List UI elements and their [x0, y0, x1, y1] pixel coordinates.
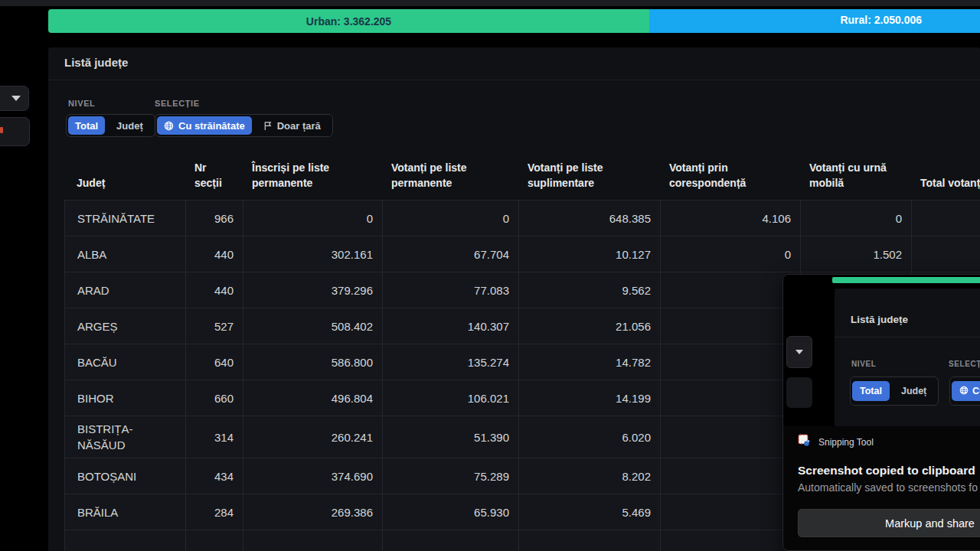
cell-value: 374.690 [243, 458, 383, 494]
cell-value: 77.083 [383, 272, 519, 308]
globe-icon [959, 386, 969, 397]
cell-county: BISTRIȚA-NĂSĂUD [65, 416, 186, 458]
selectie-option-label: Doar țară [277, 120, 321, 132]
cell-value: 65.930 [383, 494, 519, 530]
cell-value: 260.241 [243, 416, 383, 458]
selectie-doar-tara-button[interactable]: Doar țară [256, 116, 328, 135]
selectie-option-label: Cu străinătate [178, 120, 245, 132]
column-header: Înscriși pe liste permanente [243, 149, 382, 200]
cell-value: 0 [661, 236, 801, 272]
column-header: Votanți cu urnă mobilă [800, 149, 911, 200]
cell-value: 10.127 [519, 236, 661, 272]
cell-value: 434 [186, 458, 243, 494]
cell-value: 966 [186, 201, 243, 236]
cell-value [661, 380, 801, 416]
nivel-total-button[interactable]: Total [68, 116, 105, 135]
selectie-filter-label: SELECȚIE [155, 99, 200, 108]
cell-county: ALBA [65, 236, 186, 272]
cell-value [519, 530, 661, 551]
table-header-row: JudețNr secțiiÎnscriși pe liste permanen… [64, 149, 980, 200]
cell-value: 660 [186, 380, 243, 416]
column-header: Votanți pe liste permanente [382, 149, 518, 200]
toast-app-name: Snipping Tool [818, 437, 874, 448]
column-header: Votanți pe liste suplimentare [518, 149, 660, 200]
cell-value: 0 [383, 201, 519, 236]
cell-value [661, 272, 801, 308]
cell-value: 1.502 [801, 236, 912, 272]
preview-selectie-option-label: Cu străinătate [972, 386, 980, 396]
cell-value [661, 530, 801, 551]
chevron-down-icon [795, 350, 803, 354]
table-row: STRĂINĂTATE96600648.3854.1060652.491 [65, 201, 980, 236]
cell-value: 8.202 [519, 458, 661, 494]
cell-value: 135.274 [383, 344, 519, 380]
column-header: Total votanți [911, 149, 980, 200]
cell-value: 440 [186, 236, 243, 272]
cell-value: 51.390 [383, 416, 519, 458]
cell-value: 67.704 [383, 236, 519, 272]
preview-panel-title: Listă județe [851, 314, 908, 325]
preview-selectie-label: SELECȚIE [949, 360, 980, 368]
cell-value: 0 [801, 201, 912, 236]
table-row: ALBA440302.16167.70410.12701.50279.333 [65, 236, 980, 272]
globe-icon [164, 121, 174, 131]
cell-value: 0 [243, 201, 383, 236]
snipping-tool-icon [798, 434, 811, 450]
cell-value: 648.385 [519, 201, 661, 236]
column-header: Votanți prin corespondență [660, 149, 800, 200]
nivel-judet-button[interactable]: Județ [109, 116, 150, 135]
selectie-cu-strainatate-button[interactable]: Cu străinătate [157, 116, 252, 135]
sidebar-fragment[interactable] [0, 117, 30, 146]
toast-title: Screenshot copied to clipboard [798, 464, 975, 478]
cell-value: 440 [186, 272, 243, 308]
cell-value: 302.161 [243, 236, 383, 272]
cell-value: 314 [186, 416, 243, 458]
urban-bar-segment: Urban: 3.362.205 [48, 9, 649, 33]
cell-value: 508.402 [243, 308, 383, 344]
cell-value [661, 458, 801, 494]
toast-header: Snipping Tool [798, 434, 874, 450]
nivel-button-group: Total Județ [66, 114, 155, 137]
cell-value: 527 [186, 308, 243, 344]
cell-value: 6.020 [519, 416, 661, 458]
column-header: Județ [64, 149, 185, 200]
cell-value: 21.056 [519, 308, 661, 344]
cell-county: BIHOR [65, 380, 186, 416]
cell-value [661, 494, 801, 530]
cell-value: 5.469 [519, 494, 661, 530]
cell-value [383, 530, 519, 551]
rural-bar-segment: Rural: 2.050.006 [649, 9, 980, 33]
cell-value [661, 416, 801, 458]
cell-value: 496.804 [243, 380, 383, 416]
cell-value: 14.199 [519, 380, 661, 416]
column-header: Nr secții [185, 149, 243, 200]
cell-value: 640 [186, 344, 243, 380]
cell-value: 79.333 [912, 236, 980, 272]
selectie-button-group: Cu străinătate Doar țară [155, 114, 333, 137]
sidebar-dropdown-button[interactable] [0, 86, 29, 111]
cell-value: 284 [186, 494, 243, 530]
cell-value [186, 530, 243, 551]
flag-icon [263, 121, 273, 131]
cell-county: BOTOȘANI [65, 458, 186, 494]
preview-panel-divider [835, 337, 980, 337]
cell-value [661, 308, 801, 344]
cell-value: 75.289 [383, 458, 519, 494]
cell-county: BACĂU [65, 344, 186, 380]
screenshot-preview[interactable]: Listă județe NIVEL SELECȚIE Total Județ … [783, 275, 980, 426]
cell-value: 586.800 [243, 344, 383, 380]
cell-county: BRĂILA [65, 494, 186, 530]
preview-nivel-group: Total Județ [850, 377, 939, 406]
preview-panel: Listă județe NIVEL SELECȚIE Total Județ … [835, 289, 980, 426]
urban-rural-stat-bar: Urban: 3.362.205 Rural: 2.050.006 [48, 9, 980, 33]
markup-and-share-button[interactable]: Markup and share [798, 509, 980, 537]
preview-selectie-group: Cu străinătate [949, 377, 980, 406]
preview-sidebar-dropdown [786, 336, 812, 368]
preview-nivel-label: NIVEL [851, 360, 876, 368]
urban-bar-label: Urban: 3.362.205 [306, 15, 391, 28]
cell-value: 4.106 [661, 201, 801, 236]
snipping-tool-toast[interactable]: Listă județe NIVEL SELECȚIE Total Județ … [782, 274, 980, 551]
chevron-down-icon [11, 96, 21, 101]
window-top-strip [0, 0, 980, 6]
sidebar-red-icon-fragment [0, 127, 3, 133]
